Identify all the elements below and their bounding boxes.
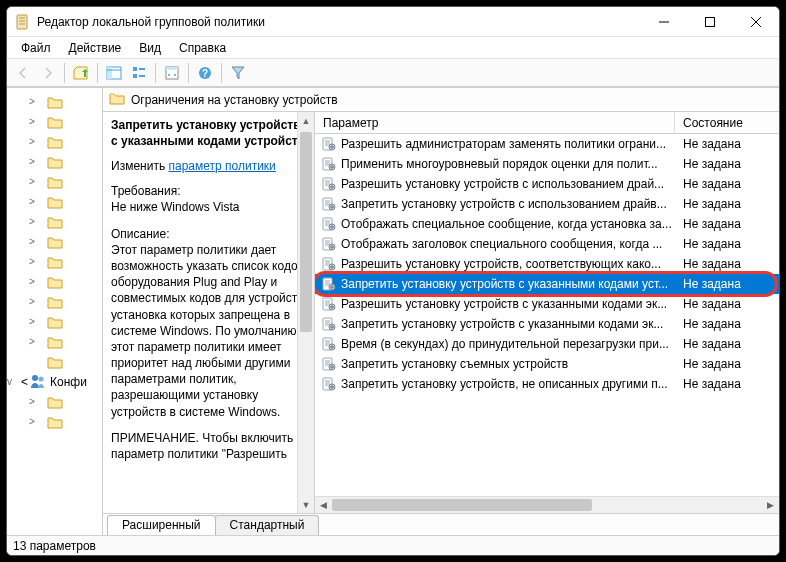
tree-item[interactable]: >	[7, 392, 102, 412]
expand-icon[interactable]: >	[29, 316, 35, 327]
tab-standard[interactable]: Стандартный	[215, 515, 320, 535]
help-button[interactable]: ?	[193, 61, 217, 85]
scroll-left-arrow[interactable]: ◀	[315, 500, 332, 510]
expand-icon[interactable]: >	[29, 396, 35, 407]
tree-item[interactable]	[7, 352, 102, 372]
expand-icon[interactable]: >	[29, 416, 35, 427]
svg-rect-0	[17, 15, 27, 29]
svg-rect-92	[330, 326, 334, 327]
menu-help[interactable]: Справка	[171, 39, 234, 57]
policy-label: Разрешить установку устройств с использо…	[341, 177, 664, 191]
expand-icon[interactable]: >	[29, 256, 35, 267]
policy-row[interactable]: Отображать специальное сообщение, когда …	[315, 214, 779, 234]
policy-row[interactable]: Разрешить установку устройств с указанны…	[315, 294, 779, 314]
policy-label: Разрешить установку устройств с указанны…	[341, 297, 667, 311]
policy-state: Не задана	[675, 357, 779, 371]
menu-action[interactable]: Действие	[61, 39, 130, 57]
tree-item[interactable]: >	[7, 92, 102, 112]
policy-row[interactable]: Время (в секундах) до принудительной пер…	[315, 334, 779, 354]
policy-row[interactable]: Разрешить установку устройств, соответст…	[315, 254, 779, 274]
tree-item-config[interactable]: <vКонфи	[7, 372, 102, 392]
up-button[interactable]	[69, 61, 93, 85]
tree-item[interactable]: >	[7, 312, 102, 332]
expand-icon[interactable]: >	[29, 196, 35, 207]
edit-row: Изменить параметр политики	[111, 159, 310, 173]
svg-rect-99	[330, 346, 334, 347]
scroll-up-arrow[interactable]: ▲	[298, 112, 314, 129]
tree-item[interactable]: >	[7, 292, 102, 312]
tree-item[interactable]: >	[7, 192, 102, 212]
menu-view[interactable]: Вид	[131, 39, 169, 57]
properties-button[interactable]	[160, 61, 184, 85]
tab-extended[interactable]: Расширенный	[107, 515, 216, 535]
tree-item[interactable]: >	[7, 172, 102, 192]
svg-rect-106	[330, 366, 334, 367]
tree-panel: >>>>>>>>>>>>><vКонфи>>	[7, 88, 103, 535]
window-controls	[641, 7, 779, 37]
back-button[interactable]	[11, 61, 35, 85]
policy-state: Не задана	[675, 297, 779, 311]
list-header[interactable]: Параметр Состояние	[315, 112, 779, 134]
filter-button[interactable]	[226, 61, 250, 85]
policy-row[interactable]: Запретить установку устройств с указанны…	[315, 274, 779, 294]
tree-item[interactable]: >	[7, 252, 102, 272]
scroll-right-arrow[interactable]: ▶	[762, 500, 779, 510]
show-hide-tree-button[interactable]	[102, 61, 126, 85]
tree-item[interactable]: >	[7, 332, 102, 352]
collapse-left-icon[interactable]: <	[21, 375, 28, 389]
description-scrollbar[interactable]: ▲ ▼	[297, 112, 314, 513]
list-icons-button[interactable]	[127, 61, 151, 85]
menubar: Файл Действие Вид Справка	[7, 37, 779, 59]
scroll-thumb[interactable]	[300, 132, 312, 332]
policy-row[interactable]: Применить многоуровневый порядок оценки …	[315, 154, 779, 174]
expand-icon[interactable]: >	[29, 156, 35, 167]
expand-icon[interactable]: >	[29, 96, 35, 107]
tree-item[interactable]: >	[7, 152, 102, 172]
expand-icon[interactable]: >	[29, 236, 35, 247]
policy-label: Запретить установку съемных устройств	[341, 357, 568, 371]
expand-icon[interactable]: >	[29, 116, 35, 127]
minimize-button[interactable]	[641, 7, 687, 37]
tree-item[interactable]: >	[7, 232, 102, 252]
horizontal-scrollbar[interactable]: ◀ ▶	[315, 496, 779, 513]
policy-row[interactable]: Запретить установку устройств с использо…	[315, 194, 779, 214]
expand-icon[interactable]: >	[29, 136, 35, 147]
expand-icon[interactable]: >	[29, 176, 35, 187]
folder-icon	[47, 315, 63, 329]
tree-item[interactable]: >	[7, 112, 102, 132]
policy-icon	[321, 336, 337, 352]
edit-policy-link[interactable]: параметр политики	[168, 159, 275, 173]
expand-icon[interactable]: >	[29, 276, 35, 287]
expand-icon[interactable]: >	[29, 216, 35, 227]
expand-icon[interactable]: >	[29, 336, 35, 347]
policy-state: Не задана	[675, 137, 779, 151]
policy-row[interactable]: Разрешить администраторам заменять полит…	[315, 134, 779, 154]
toolbar-separator	[97, 63, 98, 83]
policy-state: Не задана	[675, 217, 779, 231]
tree-item[interactable]: >	[7, 412, 102, 432]
policy-row[interactable]: Запретить установку съемных устройствНе …	[315, 354, 779, 374]
scroll-thumb[interactable]	[332, 499, 592, 511]
scroll-down-arrow[interactable]: ▼	[298, 496, 314, 513]
svg-rect-50	[330, 206, 334, 207]
maximize-button[interactable]	[687, 7, 733, 37]
policy-icon	[321, 316, 337, 332]
svg-rect-85	[330, 306, 334, 307]
tree-item[interactable]: >	[7, 212, 102, 232]
tree-item[interactable]: >	[7, 132, 102, 152]
column-state[interactable]: Состояние	[675, 112, 779, 133]
policy-label: Отображать заголовок специального сообще…	[341, 237, 662, 251]
policy-row[interactable]: Запретить установку устройств с указанны…	[315, 314, 779, 334]
tree-item[interactable]: >	[7, 272, 102, 292]
close-button[interactable]	[733, 7, 779, 37]
expand-icon[interactable]: >	[29, 296, 35, 307]
policy-row[interactable]: Отображать заголовок специального сообще…	[315, 234, 779, 254]
forward-button[interactable]	[36, 61, 60, 85]
note-block: ПРИМЕЧАНИЕ. Чтобы включить параметр поли…	[111, 430, 310, 462]
menu-file[interactable]: Файл	[13, 39, 59, 57]
policy-heading: Запретить установку устройств с указанны…	[111, 118, 310, 149]
policy-row[interactable]: Запретить установку устройств, не описан…	[315, 374, 779, 394]
policy-row[interactable]: Разрешить установку устройств с использо…	[315, 174, 779, 194]
expand-icon[interactable]: v	[7, 376, 12, 387]
column-setting[interactable]: Параметр	[315, 112, 675, 133]
